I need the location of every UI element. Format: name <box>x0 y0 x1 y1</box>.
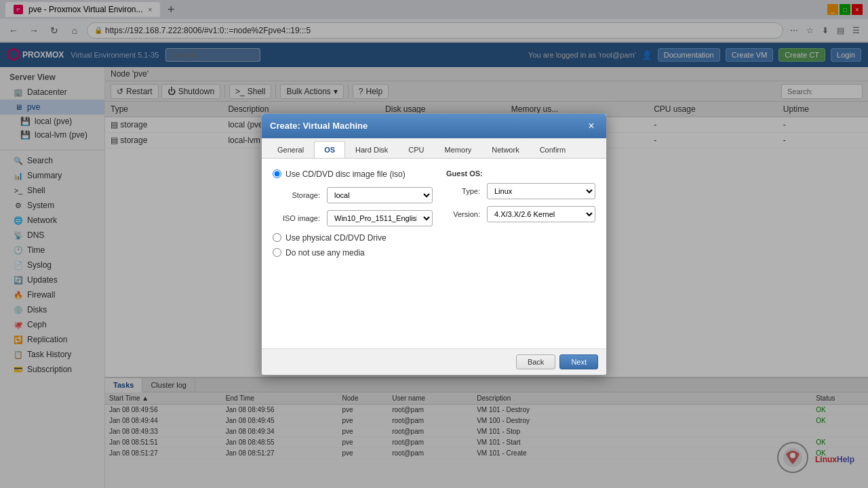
other-media-options: Use physical CD/DVD Drive Do not use any… <box>273 233 433 258</box>
dialog-header: Create: Virtual Machine × <box>262 114 606 138</box>
dialog-tabs: General OS Hard Disk CPU Memory Network … <box>262 138 606 159</box>
radio-iso-label: Use CD/DVD disc image file (iso) <box>285 169 406 179</box>
storage-control: local <box>327 187 433 203</box>
create-vm-dialog: Create: Virtual Machine × General OS Har… <box>261 113 607 375</box>
tab-general[interactable]: General <box>267 141 314 158</box>
type-row: Type: Linux <box>446 183 595 199</box>
dialog-footer: Back Next <box>262 348 606 375</box>
dialog-two-column: Use CD/DVD disc image file (iso) Storage… <box>273 169 595 266</box>
radio-physical[interactable]: Use physical CD/DVD Drive <box>273 233 433 243</box>
dialog-body: Use CD/DVD disc image file (iso) Storage… <box>262 159 606 348</box>
iso-select[interactable]: Win10_Pro_1511_English_x64 <box>327 210 433 226</box>
tab-memory[interactable]: Memory <box>435 141 482 158</box>
dialog-left-col: Use CD/DVD disc image file (iso) Storage… <box>273 169 433 266</box>
storage-select[interactable]: local <box>327 187 433 203</box>
dialog-close-button[interactable]: × <box>585 119 598 133</box>
tab-confirm[interactable]: Confirm <box>530 141 576 158</box>
dialog-overlay: Create: Virtual Machine × General OS Har… <box>0 0 868 488</box>
guest-os-heading: Guest OS: <box>446 169 595 178</box>
iso-label: ISO image: <box>273 214 327 222</box>
type-control: Linux <box>487 183 595 199</box>
iso-control: Win10_Pro_1511_English_x64 <box>327 210 433 226</box>
radio-none-input[interactable] <box>273 248 281 257</box>
version-row: Version: 4.X/3.X/2.6 Kernel <box>446 206 595 222</box>
storage-row: Storage: local <box>273 187 433 203</box>
version-select[interactable]: 4.X/3.X/2.6 Kernel <box>487 206 595 222</box>
tab-cpu[interactable]: CPU <box>398 141 434 158</box>
storage-label: Storage: <box>273 191 327 199</box>
iso-row: ISO image: Win10_Pro_1511_English_x64 <box>273 210 433 226</box>
tab-os[interactable]: OS <box>314 141 345 158</box>
type-select[interactable]: Linux <box>487 183 595 199</box>
next-button[interactable]: Next <box>559 354 598 369</box>
media-radio-group: Use CD/DVD disc image file (iso) <box>273 169 433 179</box>
version-control: 4.X/3.X/2.6 Kernel <box>487 206 595 222</box>
tab-hard-disk[interactable]: Hard Disk <box>345 141 398 158</box>
type-label: Type: <box>446 187 487 195</box>
radio-iso-input[interactable] <box>273 169 281 178</box>
version-label: Version: <box>446 210 487 218</box>
radio-physical-label: Use physical CD/DVD Drive <box>285 233 387 243</box>
radio-none-label: Do not use any media <box>285 248 365 258</box>
dialog-title: Create: Virtual Machine <box>270 121 368 131</box>
radio-physical-input[interactable] <box>273 233 281 242</box>
tab-network[interactable]: Network <box>481 141 529 158</box>
radio-iso[interactable]: Use CD/DVD disc image file (iso) <box>273 169 433 179</box>
back-button[interactable]: Back <box>516 354 555 369</box>
radio-none[interactable]: Do not use any media <box>273 248 433 258</box>
dialog-right-col: Guest OS: Type: Linux Version: <box>446 169 595 266</box>
